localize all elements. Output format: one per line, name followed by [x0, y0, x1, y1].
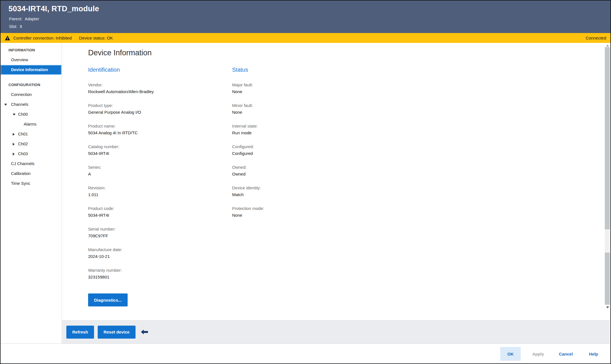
tree-collapse-icon[interactable] [4, 104, 7, 106]
ok-button[interactable]: OK [500, 347, 521, 361]
owned-label: Owned: [232, 164, 365, 171]
field-product-type: Product type: General Purpose Analog I/O [88, 102, 224, 116]
field-product-name: Product name: 5034 Analog 4I In RTD/TC [88, 123, 224, 136]
series-value: A [88, 171, 224, 177]
product-code-label: Product code: [88, 205, 224, 212]
internal-state-label: Internal state: [232, 123, 365, 130]
protection-mode-value: None [232, 212, 365, 219]
identification-heading: Identification [88, 67, 224, 73]
sidebar-item-ch01[interactable]: Ch01 [1, 129, 62, 139]
help-button[interactable]: Help [583, 347, 604, 361]
field-owned: Owned: Owned [232, 164, 365, 177]
back-arrow-icon [141, 330, 148, 334]
field-product-code: Product code: 5034-IRT4I [88, 205, 224, 219]
tree-expand-icon[interactable] [13, 153, 15, 155]
field-vendor: Vendor: Rockwell Automation/Allen-Bradle… [88, 82, 224, 95]
diagnostics-button[interactable]: Diagnostics... [88, 293, 128, 306]
minor-fault-label: Minor fault: [232, 102, 365, 109]
cancel-button[interactable]: Cancel [556, 347, 576, 361]
device-identity-label: Device identity: [232, 185, 365, 191]
content-title: Device Information [88, 49, 152, 57]
minor-fault-value: None [232, 109, 365, 116]
protection-mode-label: Protection mode: [232, 205, 365, 212]
sidebar-item-cj-channels[interactable]: CJ Channels [1, 159, 62, 169]
reset-device-button[interactable]: Reset device [98, 326, 136, 339]
field-protection-mode: Protection mode: None [232, 205, 365, 219]
field-catalog-number: Catalog number: 5034-IRT4I [88, 143, 224, 157]
dialog-button-bar: OK Apply Cancel Help [1, 343, 610, 364]
configured-label: Configured: [232, 143, 365, 150]
warranty-number-label: Warranty number: [88, 267, 224, 274]
serial-number-value: 709C97FF [88, 233, 224, 239]
refresh-button[interactable]: Refresh [66, 326, 94, 339]
apply-button[interactable]: Apply [528, 347, 548, 361]
field-internal-state: Internal state: Run mode [232, 123, 365, 136]
slot-value: 8 [20, 24, 22, 29]
catalog-number-value: 5034-IRT4I [88, 150, 224, 157]
status-heading: Status [232, 67, 365, 73]
sidebar-item-alarms[interactable]: Alarms [1, 119, 62, 129]
device-status: Device status: OK [79, 36, 113, 40]
sidebar-item-ch00[interactable]: Ch00 [1, 109, 62, 119]
scrollbar-thumb[interactable] [605, 47, 610, 229]
scrollbar-thumb[interactable] [605, 253, 610, 305]
product-name-value: 5034 Analog 4I In RTD/TC [88, 130, 224, 136]
sidebar-item-overview[interactable]: Overview [1, 55, 62, 65]
series-label: Series: [88, 164, 224, 171]
slot-label: Slot: [9, 24, 17, 29]
sidebar-item-ch03[interactable]: Ch03 [1, 149, 62, 159]
parent-value: Adapter [25, 17, 39, 21]
warning-triangle-icon [5, 36, 10, 40]
vendor-label: Vendor: [88, 82, 224, 88]
device-identity-value: Match [232, 191, 365, 198]
sidebar-item-device-information[interactable]: Device Information [1, 65, 62, 75]
field-configured: Configured: Configured [232, 143, 365, 157]
manufacture-date-label: Manufacture date: [88, 246, 224, 253]
configured-value: Configured [232, 150, 365, 157]
serial-number-label: Serial number: [88, 226, 224, 233]
field-serial-number: Serial number: 709C97FF [88, 226, 224, 239]
slot-line: Slot:8 [9, 24, 22, 29]
warranty-number-value: 323159801 [88, 274, 224, 280]
product-type-label: Product type: [88, 102, 224, 109]
parent-line: Parent:Adapter [9, 17, 39, 21]
controller-connection-status: Controller connection: Inhibited [13, 36, 72, 40]
status-section: Status Major fault: None Minor fault: No… [232, 67, 365, 226]
field-revision: Revision: 1.011 [88, 185, 224, 198]
sidebar-item-ch02[interactable]: Ch02 [1, 139, 62, 149]
sidebar-item-connection[interactable]: Connection [1, 90, 62, 100]
field-minor-fault: Minor fault: None [232, 102, 365, 116]
scrollbar-track[interactable] [605, 229, 610, 253]
tree-expand-icon[interactable] [13, 133, 15, 136]
revision-value: 1.011 [88, 191, 224, 198]
tree-collapse-icon[interactable] [13, 113, 16, 115]
device-properties-window: 5034-IRT4I, RTD_module Parent:Adapter Sl… [0, 0, 611, 364]
field-manufacture-date: Manufacture date: 2024-10-21 [88, 246, 224, 260]
internal-state-value: Run mode [232, 130, 365, 136]
sidebar-section-configuration: CONFIGURATION [1, 80, 62, 90]
major-fault-label: Major fault: [232, 82, 365, 88]
identification-section: Identification Vendor: Rockwell Automati… [88, 67, 224, 288]
major-fault-value: None [232, 88, 365, 95]
vendor-value: Rockwell Automation/Allen-Bradley [88, 88, 224, 95]
warning-banner: Controller connection: Inhibited Device … [1, 33, 610, 43]
product-code-value: 5034-IRT4I [88, 212, 224, 219]
scrollbar-up-arrow[interactable] [606, 45, 609, 47]
sidebar-item-calibration[interactable]: Calibration [1, 169, 62, 179]
owned-value: Owned [232, 171, 365, 177]
tree-expand-icon[interactable] [13, 143, 15, 146]
field-series: Series: A [88, 164, 224, 177]
category-sidebar: INFORMATION Overview Device Information … [1, 43, 62, 343]
parent-label: Parent: [9, 17, 22, 21]
sidebar-section-information: INFORMATION [1, 45, 62, 55]
connected-status: Connected [586, 36, 606, 40]
scrollbar-down-arrow[interactable] [606, 306, 609, 308]
window-header: 5034-IRT4I, RTD_module Parent:Adapter Sl… [1, 1, 610, 33]
page-title: 5034-IRT4I, RTD_module [8, 5, 99, 13]
manufacture-date-value: 2024-10-21 [88, 253, 224, 260]
field-device-identity: Device identity: Match [232, 185, 365, 198]
product-name-label: Product name: [88, 123, 224, 130]
sidebar-item-time-sync[interactable]: Time Sync [1, 179, 62, 188]
sidebar-item-channels[interactable]: Channels [1, 100, 62, 109]
action-bar: Refresh Reset device [62, 320, 610, 343]
